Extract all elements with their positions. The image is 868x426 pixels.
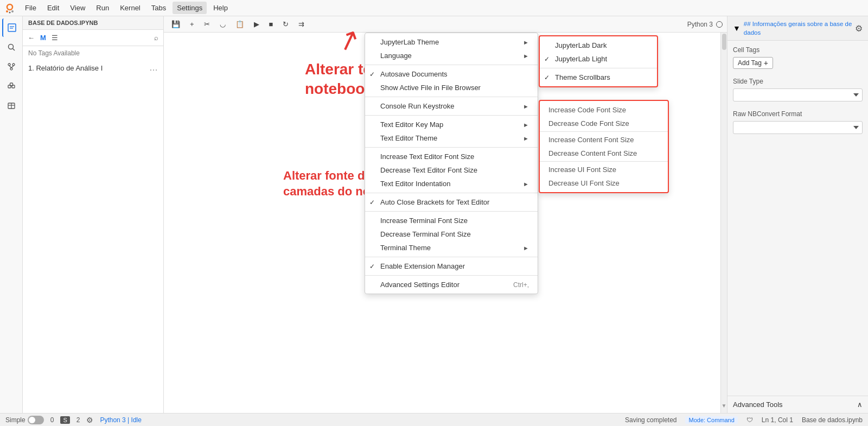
- right-sidebar-header: ▼ ## Informações gerais sobre a base de …: [727, 16, 868, 41]
- scrollbar-thumb[interactable]: [722, 34, 726, 50]
- paste-button[interactable]: 📋: [232, 18, 247, 30]
- theme-scrollbars[interactable]: ✓ Theme Scrollbars: [540, 71, 657, 84]
- sidebar-icon-extensions[interactable]: [2, 77, 21, 96]
- sep-4: [365, 147, 538, 148]
- menu-console-run[interactable]: Console Run Keystroke ►: [365, 99, 538, 113]
- advanced-tools-header[interactable]: Advanced Tools ∧: [727, 396, 868, 413]
- sidebar-icons: [0, 16, 23, 413]
- statusbar-right: Saving completed Mode: Command 🛡 Ln 1, C…: [625, 416, 863, 424]
- add-cell-button[interactable]: +: [187, 18, 197, 30]
- menu-editor-keymap[interactable]: Text Editor Key Map ►: [365, 118, 538, 131]
- theme-dark-label: JupyterLab Dark: [555, 41, 607, 49]
- menu-settings[interactable]: Settings: [173, 2, 207, 14]
- font-submenu: Increase Code Font Size Decrease Code Fo…: [539, 100, 669, 193]
- menu-increase-terminal-font[interactable]: Increase Terminal Font Size: [365, 214, 538, 227]
- slide-type-section: Slide Type Slide Sub-Slide Fragment Skip…: [733, 78, 863, 101]
- shield-icon: 🛡: [746, 416, 753, 424]
- simple-toggle[interactable]: Simple: [5, 416, 44, 424]
- menu-extension-manager[interactable]: ✓ Enable Extension Manager: [365, 259, 538, 273]
- sidebar-icon-git[interactable]: [2, 58, 21, 76]
- right-sidebar-collapse[interactable]: ▼: [733, 24, 741, 33]
- settings-gear-button[interactable]: ⚙: [855, 23, 863, 34]
- menu-decrease-editor-font[interactable]: Decrease Text Editor Font Size: [365, 163, 538, 177]
- list-button[interactable]: ☰: [50, 32, 60, 43]
- bold-button[interactable]: M: [39, 32, 48, 43]
- jupyter-logo: [4, 3, 15, 14]
- right-sidebar-content: Cell Tags Add Tag + Slide Type Slide Sub…: [727, 41, 868, 396]
- theme-dark[interactable]: JupyterLab Dark: [540, 39, 657, 52]
- cut-button[interactable]: ✂: [201, 18, 213, 30]
- menu-increase-editor-font[interactable]: Increase Text Editor Font Size: [365, 150, 538, 163]
- menu-autosave[interactable]: ✓ Autosave Documents: [365, 67, 538, 81]
- menu-edit[interactable]: Edit: [43, 2, 63, 14]
- svg-point-2: [11, 10, 14, 12]
- font-increase-ui[interactable]: Increase UI Font Size: [540, 163, 668, 176]
- file-item-label: 1. Relatório de Análise I: [28, 64, 103, 72]
- menu-advanced-settings[interactable]: Advanced Settings Editor Ctrl+,: [365, 278, 538, 291]
- font-increase-content[interactable]: Increase Content Font Size: [540, 133, 668, 147]
- menu-view[interactable]: View: [66, 2, 90, 14]
- menu-editor-theme-label: Text Editor Theme: [380, 134, 437, 142]
- nbconvert-select[interactable]: [733, 121, 863, 134]
- theme-light[interactable]: ✓ JupyterLab Light: [540, 52, 657, 66]
- add-tag-plus-icon: +: [764, 59, 768, 67]
- menu-run[interactable]: Run: [92, 2, 113, 14]
- font-increase-content-label: Increase Content Font Size: [548, 136, 634, 144]
- kernel-status-circle: [716, 21, 723, 28]
- navigate-back-button[interactable]: ←: [26, 32, 36, 43]
- svg-point-9: [8, 63, 10, 66]
- run-button[interactable]: ▶: [251, 18, 263, 30]
- menu-auto-close[interactable]: ✓ Auto Close Brackets for Text Editor: [365, 195, 538, 209]
- sep-6: [365, 211, 538, 212]
- theme-scrollbars-label: Theme Scrollbars: [555, 73, 610, 81]
- menu-language[interactable]: Language ►: [365, 49, 538, 62]
- menu-autosave-label: Autosave Documents: [380, 70, 448, 78]
- slide-type-select[interactable]: Slide Sub-Slide Fragment Skip Notes: [733, 88, 863, 101]
- font-decrease-ui[interactable]: Decrease UI Font Size: [540, 176, 668, 190]
- copy-button[interactable]: ◡: [216, 18, 229, 30]
- font-decrease-code[interactable]: Decrease Code Font Size: [540, 117, 668, 130]
- menu-terminal-theme[interactable]: Terminal Theme ► Increase Code Font Size…: [365, 241, 538, 255]
- right-sidebar: ▼ ## Informações gerais sobre a base de …: [727, 16, 868, 413]
- menu-file[interactable]: File: [21, 2, 41, 14]
- svg-point-1: [6, 10, 8, 12]
- menu-decrease-terminal-font[interactable]: Decrease Terminal Font Size: [365, 227, 538, 241]
- menu-editor-theme[interactable]: Text Editor Theme ►: [365, 131, 538, 145]
- saving-status: Saving completed: [625, 416, 676, 424]
- toggle-track[interactable]: [28, 416, 44, 424]
- file-item-1[interactable]: 1. Relatório de Análise I …: [23, 60, 163, 75]
- font-decrease-content[interactable]: Decrease Content Font Size: [540, 147, 668, 160]
- sep-1: [365, 65, 538, 65]
- add-tag-button[interactable]: Add Tag +: [733, 57, 773, 69]
- sep-2: [365, 97, 538, 97]
- sidebar-icon-search[interactable]: [2, 38, 21, 56]
- menu-editor-indentation[interactable]: Text Editor Indentation ►: [365, 177, 538, 190]
- font-increase-code[interactable]: Increase Code Font Size: [540, 103, 668, 117]
- settings-icon[interactable]: ⚙: [86, 416, 93, 424]
- menu-show-active[interactable]: Show Active File in File Browser: [365, 81, 538, 94]
- tag-button[interactable]: ⌕: [152, 32, 160, 43]
- no-tags-label: No Tags Available: [28, 49, 80, 57]
- svg-line-8: [12, 49, 15, 51]
- kernel-info: Python 3: [687, 21, 723, 28]
- restart-button[interactable]: ↻: [279, 18, 292, 30]
- font-increase-code-label: Increase Code Font Size: [548, 106, 626, 114]
- menu-extension-label: Enable Extension Manager: [380, 262, 465, 270]
- content-scrollbar[interactable]: ▼: [720, 33, 727, 413]
- sidebar-icon-table[interactable]: [2, 97, 21, 115]
- sidebar-icon-files[interactable]: [2, 18, 21, 37]
- menu-decrease-terminal-font-label: Decrease Terminal Font Size: [380, 230, 471, 238]
- statusbar: Simple 0 S 2 ⚙ Python 3 | Idle Saving co…: [0, 413, 868, 426]
- file-item-more[interactable]: …: [149, 63, 158, 73]
- restart-run-button[interactable]: ⇉: [295, 18, 308, 30]
- keymap-arrow-icon: ►: [523, 122, 529, 128]
- ln-col: Ln 1, Col 1: [762, 416, 793, 424]
- slide-type-label: Slide Type: [733, 78, 863, 85]
- menu-tabs[interactable]: Tabs: [147, 2, 170, 14]
- save-button[interactable]: 💾: [168, 18, 183, 30]
- menu-help[interactable]: Help: [209, 2, 232, 14]
- indentation-arrow-icon: ►: [523, 181, 529, 187]
- menu-kernel[interactable]: Kernel: [116, 2, 145, 14]
- stop-button[interactable]: ■: [266, 18, 277, 30]
- menu-jupyterlab-theme[interactable]: JupyterLab Theme ► JupyterLab Dark ✓ Jup…: [365, 35, 538, 49]
